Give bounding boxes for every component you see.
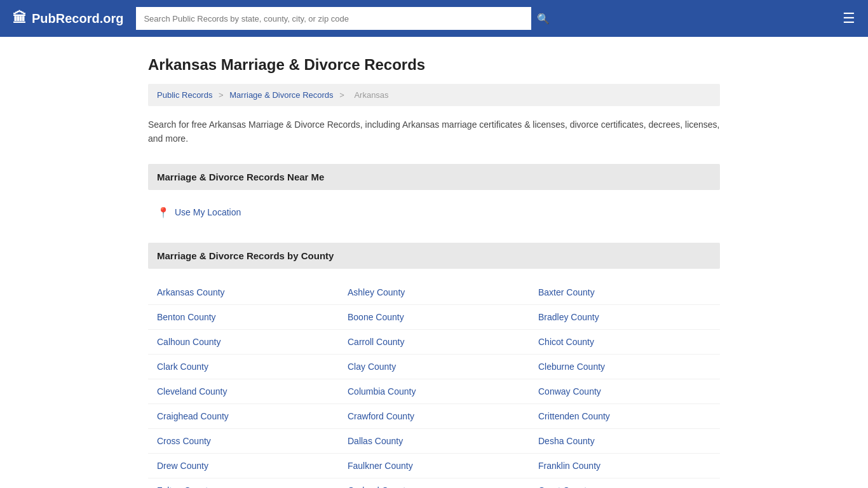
logo-text: PubRecord.org <box>32 11 123 26</box>
near-me-section-header: Marriage & Divorce Records Near Me <box>148 164 720 190</box>
county-item[interactable]: Fulton County <box>148 478 339 488</box>
breadcrumb-separator-2: > <box>339 90 346 100</box>
county-item[interactable]: Boone County <box>339 305 529 330</box>
county-item[interactable]: Franklin County <box>529 454 720 478</box>
county-item[interactable]: Ashley County <box>339 280 529 305</box>
page-description: Search for free Arkansas Marriage & Divo… <box>148 118 720 146</box>
county-item[interactable]: Desha County <box>529 429 720 454</box>
county-item[interactable]: Drew County <box>148 454 339 478</box>
breadcrumb-public-records[interactable]: Public Records <box>157 90 212 100</box>
use-location-label: Use My Location <box>175 207 241 217</box>
county-item[interactable]: Bradley County <box>529 305 720 330</box>
county-item[interactable]: Conway County <box>529 379 720 404</box>
county-item[interactable]: Cross County <box>148 429 339 454</box>
county-item[interactable]: Craighead County <box>148 404 339 429</box>
near-me-section: Marriage & Divorce Records Near Me 📍 Use… <box>148 164 720 224</box>
county-item[interactable]: Carroll County <box>339 330 529 355</box>
search-button[interactable]: 🔍 <box>531 7 555 30</box>
county-item[interactable]: Faulkner County <box>339 454 529 478</box>
county-item[interactable]: Chicot County <box>529 330 720 355</box>
page-title: Arkansas Marriage & Divorce Records <box>148 56 720 74</box>
county-section-header: Marriage & Divorce Records by County <box>148 243 720 269</box>
county-item[interactable]: Grant County <box>529 478 720 488</box>
county-item[interactable]: Benton County <box>148 305 339 330</box>
county-item[interactable]: Baxter County <box>529 280 720 305</box>
logo-icon: 🏛 <box>13 10 27 27</box>
county-section: Marriage & Divorce Records by County Ark… <box>148 243 720 488</box>
use-location-button[interactable]: 📍 Use My Location <box>148 201 720 224</box>
breadcrumb-separator-1: > <box>219 90 226 100</box>
county-item[interactable]: Clay County <box>339 355 529 379</box>
county-item[interactable]: Garland County <box>339 478 529 488</box>
breadcrumb-marriage-divorce[interactable]: Marriage & Divorce Records <box>229 90 333 100</box>
main-content: Arkansas Marriage & Divorce Records Publ… <box>135 37 733 488</box>
county-item[interactable]: Crawford County <box>339 404 529 429</box>
hamburger-icon: ☰ <box>843 10 855 26</box>
menu-button[interactable]: ☰ <box>843 10 855 27</box>
county-item[interactable]: Cleburne County <box>529 355 720 379</box>
county-item[interactable]: Dallas County <box>339 429 529 454</box>
search-bar: 🔍 <box>136 7 555 30</box>
breadcrumb-current: Arkansas <box>354 90 388 100</box>
county-item[interactable]: Columbia County <box>339 379 529 404</box>
county-item[interactable]: Crittenden County <box>529 404 720 429</box>
site-header: 🏛 PubRecord.org 🔍 ☰ <box>0 0 868 37</box>
search-icon: 🔍 <box>537 13 550 25</box>
breadcrumb: Public Records > Marriage & Divorce Reco… <box>148 84 720 106</box>
county-item[interactable]: Cleveland County <box>148 379 339 404</box>
county-item[interactable]: Calhoun County <box>148 330 339 355</box>
county-item[interactable]: Arkansas County <box>148 280 339 305</box>
location-icon: 📍 <box>157 207 170 219</box>
site-logo[interactable]: 🏛 PubRecord.org <box>13 10 123 27</box>
county-grid: Arkansas CountyAshley CountyBaxter Count… <box>148 280 720 488</box>
county-item[interactable]: Clark County <box>148 355 339 379</box>
search-input[interactable] <box>136 7 531 30</box>
